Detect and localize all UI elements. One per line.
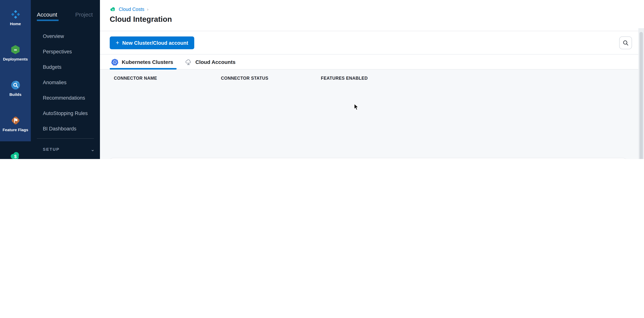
kubernetes-icon xyxy=(111,59,118,66)
table-row: CJ 15 minutes ago $ Enable Cloud Costs ✓… xyxy=(110,158,626,159)
tab-label: Kubernetes Clusters xyxy=(122,59,173,65)
sidebar-item-cloud-costs[interactable]: $ Cloud Costs xyxy=(0,141,31,159)
builds-icon xyxy=(10,80,20,90)
sidenav-item-perspectives[interactable]: Perspectives xyxy=(43,44,97,59)
active-tab-underline xyxy=(110,68,176,70)
connector-tabs: Kubernetes Clusters Cloud Accounts xyxy=(100,55,644,70)
vertical-scrollbar[interactable] xyxy=(638,28,644,159)
column-header-connector-name: CONNECTOR NAME xyxy=(114,76,157,81)
cloud-costs-icon: $ xyxy=(10,151,21,159)
setup-section-toggle[interactable]: SETUP ⌄ xyxy=(43,145,95,153)
cloud-accounts-icon xyxy=(185,59,192,66)
sidebar-item-label: Builds xyxy=(10,92,22,97)
page-title: Cloud Integration xyxy=(110,15,172,24)
chevron-down-icon: ⌄ xyxy=(90,147,95,152)
breadcrumb-separator: › xyxy=(147,7,148,12)
breadcrumb: $ Cloud Costs › xyxy=(110,7,148,12)
sidenav-item-budgets[interactable]: Budgets xyxy=(43,59,97,75)
sidebar-item-home[interactable]: Home xyxy=(0,0,31,35)
sidebar-item-label: Home xyxy=(10,22,21,26)
sidenav-item-anomalies[interactable]: Anomalies xyxy=(43,75,97,90)
column-header-connector-status: CONNECTOR STATUS xyxy=(221,76,268,81)
sidenav-item-recommendations[interactable]: Recommendations xyxy=(43,90,97,106)
sidenav-divider xyxy=(37,138,94,139)
sidebar-item-builds[interactable]: Builds xyxy=(0,71,31,106)
svg-text:$: $ xyxy=(14,154,17,159)
tab-label: Cloud Accounts xyxy=(196,59,236,65)
feature-flags-icon xyxy=(10,115,20,126)
sidenav-item-bi-dashboards[interactable]: BI Dashboards xyxy=(43,121,97,136)
harness-home-logo-icon xyxy=(10,10,20,20)
new-button-label: New Cluster/Cloud account xyxy=(122,40,188,46)
sidebar-item-deployments[interactable]: ∞ Deployments xyxy=(0,35,31,71)
toolbar: + New Cluster/Cloud account xyxy=(100,31,644,55)
module-rail: Home ∞ Deployments Builds Feature Flags … xyxy=(0,0,31,159)
sidebar-item-label: Deployments xyxy=(3,57,28,62)
setup-label: SETUP xyxy=(43,147,60,151)
new-cluster-cloud-account-button[interactable]: + New Cluster/Cloud account xyxy=(110,37,194,49)
main-content: $ Cloud Costs › Cloud Integration + New … xyxy=(100,0,644,159)
cloud-costs-side-panel: Account Project Overview Perspectives Bu… xyxy=(31,0,100,159)
search-icon xyxy=(622,40,628,46)
breadcrumb-cloud-costs-link[interactable]: Cloud Costs xyxy=(119,7,144,12)
sidenav-item-autostopping-rules[interactable]: AutoStopping Rules xyxy=(43,106,97,121)
tab-cloud-accounts[interactable]: Cloud Accounts xyxy=(185,55,236,70)
app-window: Home ∞ Deployments Builds Feature Flags … xyxy=(0,0,644,159)
page-header: $ Cloud Costs › Cloud Integration xyxy=(100,0,644,31)
account-tab-underline xyxy=(37,20,58,21)
deployments-icon: ∞ xyxy=(10,45,21,55)
clusters-table: CONNECTOR NAME CONNECTOR STATUS FEATURES… xyxy=(100,70,638,159)
sidenav-item-overview[interactable]: Overview xyxy=(43,29,97,44)
table-header-row: CONNECTOR NAME CONNECTOR STATUS FEATURES… xyxy=(100,76,638,82)
column-header-features-enabled: FEATURES ENABLED xyxy=(321,76,368,81)
sidebar-item-feature-flags[interactable]: Feature Flags xyxy=(0,106,31,141)
tab-kubernetes-clusters[interactable]: Kubernetes Clusters xyxy=(111,55,173,70)
scope-tab-project[interactable]: Project xyxy=(75,11,92,18)
sidebar-item-label: Feature Flags xyxy=(3,127,28,132)
scope-tab-account[interactable]: Account xyxy=(37,11,57,18)
svg-text:∞: ∞ xyxy=(14,48,17,52)
cloud-costs-breadcrumb-icon: $ xyxy=(110,7,116,12)
plus-icon: + xyxy=(116,39,119,46)
svg-text:$: $ xyxy=(112,8,114,11)
vertical-scrollbar-thumb[interactable] xyxy=(640,32,643,159)
search-button[interactable] xyxy=(619,37,632,49)
